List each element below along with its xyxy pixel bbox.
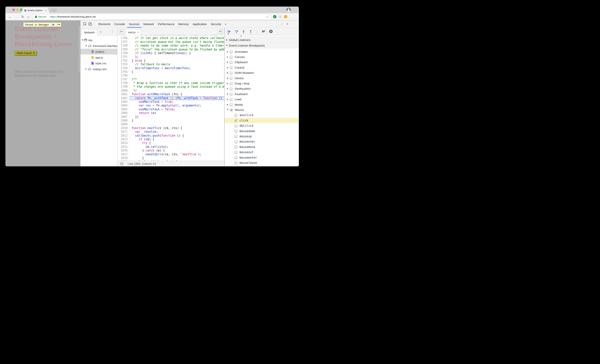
deactivate-breakpoints-button[interactable] bbox=[261, 29, 266, 34]
breakpoint-category-control[interactable]: Control bbox=[225, 65, 299, 70]
bookmark-star-icon[interactable]: ☆ bbox=[266, 15, 269, 18]
line-content[interactable]: return fn._withTask || (fn._withTask = f… bbox=[130, 96, 224, 100]
line-content[interactable]: } catch (e) { bbox=[130, 149, 224, 153]
browser-tab[interactable]: Event Listener Breakpoints + B × bbox=[21, 8, 49, 13]
devtools-close-icon[interactable]: × bbox=[285, 22, 290, 26]
breakpoint-event-mouseup[interactable]: mouseup bbox=[225, 134, 299, 139]
line-number[interactable]: 1792 bbox=[118, 59, 130, 63]
line-number[interactable]: 1798 bbox=[118, 81, 130, 85]
section-event-listener-breakpoints[interactable]: Event Listener Breakpoints bbox=[225, 43, 299, 48]
line-number[interactable]: 1813 bbox=[118, 137, 130, 141]
line-content[interactable]: } bbox=[130, 119, 224, 122]
show-debugger-icon[interactable] bbox=[218, 29, 223, 34]
step-over-button[interactable] bbox=[234, 29, 239, 34]
event-checkbox[interactable] bbox=[234, 130, 237, 133]
line-number[interactable]: 1812 bbox=[118, 134, 130, 137]
event-checkbox[interactable] bbox=[234, 119, 237, 122]
device-toolbar-icon[interactable] bbox=[88, 22, 93, 27]
click-count-button[interactable]: Click Count: 3 bbox=[15, 51, 37, 55]
breakpoint-category-mouse[interactable]: Mouse bbox=[225, 107, 299, 112]
line-content[interactable]: }) bbox=[130, 115, 224, 119]
breakpoint-category-drag-drop[interactable]: Drag / drop bbox=[225, 81, 299, 86]
extension-warning-icon[interactable]: ! bbox=[284, 15, 287, 18]
pause-on-exceptions-button[interactable] bbox=[269, 29, 273, 34]
line-content[interactable]: useMacroTask = false; bbox=[130, 108, 224, 111]
chevron-right-icon[interactable] bbox=[227, 99, 228, 100]
pretty-print-icon[interactable]: {} bbox=[120, 162, 123, 165]
line-content[interactable]: handleError(e, ctx, 'nextTick'); bbox=[130, 153, 224, 156]
line-content[interactable]: } else if (_resolve) { bbox=[130, 160, 224, 161]
tab-application[interactable]: Application bbox=[191, 20, 209, 28]
line-content[interactable]: // microtask queue but the queue isn't b… bbox=[130, 40, 224, 44]
code-viewport[interactable]: 1785 // In problematic UIWebViews, Promi… bbox=[118, 35, 224, 161]
category-checkbox[interactable] bbox=[230, 103, 233, 106]
close-window-button[interactable] bbox=[12, 9, 15, 11]
line-number[interactable]: 1817 bbox=[118, 153, 130, 156]
home-icon[interactable]: ⌂ bbox=[27, 15, 29, 18]
line-content[interactable]: } else { bbox=[130, 59, 224, 63]
category-checkbox[interactable] bbox=[230, 98, 233, 101]
category-checkbox[interactable] bbox=[230, 82, 233, 85]
section-global-listeners[interactable]: Global Listeners bbox=[225, 37, 299, 43]
chevron-right-icon[interactable] bbox=[227, 93, 228, 95]
line-number[interactable]: 1799 bbox=[118, 85, 130, 89]
new-tab-button[interactable] bbox=[50, 9, 57, 12]
line-content[interactable]: if (isIOS) { setTimeout(noop); } bbox=[130, 51, 224, 55]
line-number[interactable]: 1800 bbox=[118, 89, 130, 92]
event-checkbox[interactable] bbox=[234, 135, 237, 138]
event-checkbox[interactable] bbox=[234, 114, 237, 117]
breakpoint-event-auxclick[interactable]: auxclick bbox=[225, 113, 299, 118]
line-number[interactable]: 1802 bbox=[118, 96, 130, 100]
step-into-button[interactable] bbox=[241, 29, 246, 34]
breakpoint-category-load[interactable]: Load bbox=[225, 97, 299, 102]
line-content[interactable]: // "force" the microtask queue to be flu… bbox=[130, 48, 224, 51]
line-content[interactable]: } bbox=[130, 70, 224, 74]
reload-icon[interactable]: ↻ bbox=[21, 15, 24, 18]
event-checkbox[interactable] bbox=[234, 161, 237, 164]
tab-sources[interactable]: Sources bbox=[127, 20, 141, 28]
line-number[interactable]: 1803 bbox=[118, 100, 130, 104]
event-checkbox[interactable] bbox=[234, 124, 237, 127]
line-content[interactable]: return res bbox=[130, 111, 224, 115]
resume-script-button[interactable] bbox=[227, 29, 232, 34]
chevron-down-icon[interactable] bbox=[227, 109, 228, 110]
file-tab-close-icon[interactable]: × bbox=[137, 31, 139, 34]
category-checkbox[interactable] bbox=[230, 50, 233, 53]
line-number[interactable]: 1801 bbox=[118, 92, 130, 96]
sidebar-tab-network[interactable]: Network bbox=[82, 29, 97, 36]
line-number[interactable]: 1786 bbox=[118, 36, 130, 40]
editor-file-tab[interactable]: vue.js × bbox=[126, 29, 141, 35]
inspect-element-icon[interactable] bbox=[82, 22, 87, 27]
breakpoint-event-mousedown[interactable]: mousedown bbox=[225, 128, 299, 134]
line-number[interactable]: 1790 bbox=[118, 51, 130, 55]
hide-navigator-icon[interactable] bbox=[119, 29, 124, 34]
tab-security[interactable]: Security bbox=[209, 20, 223, 28]
page-scrollbar[interactable] bbox=[79, 26, 80, 72]
line-number[interactable]: 1806 bbox=[118, 111, 130, 115]
line-number[interactable]: 1809 bbox=[118, 122, 130, 126]
breakpoint-category-device[interactable]: Device bbox=[225, 75, 299, 81]
devtools-docs-link[interactable]: What's New In DevTools (Chrome 66) > Bla… bbox=[15, 70, 64, 77]
line-number[interactable]: 1808 bbox=[118, 119, 130, 122]
breakpoint-category-clipboard[interactable]: Clipboard bbox=[225, 60, 299, 65]
category-checkbox[interactable] bbox=[230, 92, 233, 95]
breakpoint-event-mousemove[interactable]: mousemove bbox=[225, 144, 299, 150]
step-out-button[interactable] bbox=[248, 29, 253, 34]
tab-network[interactable]: Network bbox=[141, 20, 156, 28]
breakpoint-event-mouseover[interactable]: mouseover bbox=[225, 139, 299, 144]
event-checkbox[interactable] bbox=[234, 146, 237, 148]
chevron-right-icon[interactable] bbox=[227, 104, 228, 106]
zoom-window-button[interactable] bbox=[20, 9, 22, 11]
line-number[interactable]: 1788 bbox=[118, 44, 130, 47]
line-content[interactable] bbox=[130, 74, 224, 77]
tab-console[interactable]: Console bbox=[112, 20, 127, 28]
line-content[interactable]: // fallback to macro bbox=[130, 63, 224, 66]
line-number[interactable]: 1816 bbox=[118, 149, 130, 153]
breakpoint-category-geolocation[interactable]: Geolocation bbox=[225, 86, 299, 91]
breakpoint-event-click[interactable]: click bbox=[225, 118, 299, 123]
line-content[interactable]: * the changes are queued using a Task in… bbox=[130, 85, 224, 89]
more-tabs-icon[interactable]: » bbox=[223, 22, 228, 26]
line-number[interactable]: 1807 bbox=[118, 115, 130, 119]
line-content[interactable]: function withMacroTask (fn) { bbox=[130, 92, 224, 96]
breakpoint-category-canvas[interactable]: Canvas bbox=[225, 54, 299, 60]
